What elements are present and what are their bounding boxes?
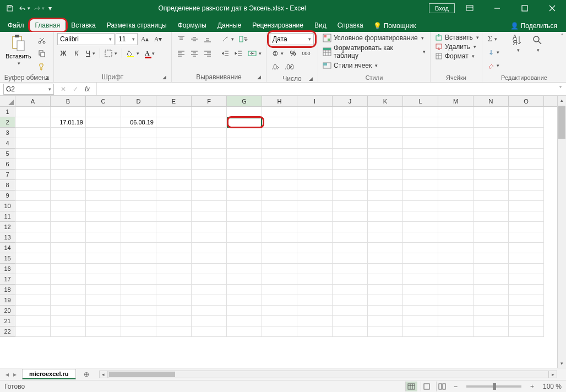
cell[interactable] — [121, 253, 156, 264]
cell[interactable] — [403, 170, 438, 180]
cell[interactable] — [15, 222, 51, 232]
tab-page-layout[interactable]: Разметка страницы — [101, 19, 172, 32]
cell[interactable] — [333, 128, 368, 138]
cell[interactable] — [156, 211, 192, 222]
cell[interactable] — [474, 159, 509, 170]
sheet-tab[interactable]: microexcel.ru — [22, 369, 76, 379]
cell[interactable] — [474, 180, 509, 190]
cell[interactable] — [333, 190, 368, 201]
cell[interactable] — [403, 117, 438, 128]
row-header[interactable]: 21 — [0, 316, 15, 326]
comma-icon[interactable]: 000 — [300, 47, 312, 59]
normal-view-icon[interactable] — [405, 382, 417, 391]
paste-button[interactable]: Вставить▾ — [3, 33, 34, 67]
cell[interactable] — [227, 211, 262, 222]
cell[interactable] — [262, 232, 297, 243]
cell[interactable] — [86, 285, 121, 295]
font-size-combo[interactable]: 11▾ — [116, 33, 138, 45]
cell[interactable] — [121, 138, 156, 149]
cell[interactable] — [262, 264, 297, 274]
cell[interactable] — [368, 274, 403, 285]
cell[interactable] — [15, 117, 51, 128]
cell[interactable] — [368, 285, 403, 295]
col-header[interactable]: A — [15, 96, 51, 106]
col-header[interactable]: B — [51, 96, 86, 106]
cell[interactable] — [156, 306, 192, 316]
cell[interactable] — [333, 180, 368, 190]
cell[interactable] — [121, 285, 156, 295]
cell[interactable] — [86, 117, 121, 128]
sort-filter-button[interactable]: AЯ▾ — [508, 33, 527, 54]
cell[interactable] — [438, 264, 474, 274]
cell[interactable] — [156, 128, 192, 138]
row-header[interactable]: 3 — [0, 128, 15, 138]
cell[interactable] — [227, 138, 262, 149]
increase-decimal-icon[interactable]: .0 — [270, 62, 282, 74]
cell[interactable] — [121, 316, 156, 326]
enter-icon[interactable]: ✓ — [73, 85, 78, 93]
cell[interactable] — [297, 274, 333, 285]
formula-input[interactable] — [96, 83, 555, 95]
cell[interactable] — [15, 274, 51, 285]
cell[interactable] — [297, 285, 333, 295]
row-header[interactable]: 2 — [0, 117, 15, 128]
cell[interactable] — [121, 128, 156, 138]
cell[interactable] — [509, 232, 544, 243]
redo-icon[interactable]: ▾ — [32, 2, 45, 15]
cell[interactable] — [15, 159, 51, 170]
cell[interactable] — [15, 211, 51, 222]
cell[interactable] — [368, 264, 403, 274]
cell[interactable] — [262, 138, 297, 149]
col-header[interactable]: G — [227, 96, 262, 106]
cell[interactable] — [156, 232, 192, 243]
cell[interactable] — [86, 159, 121, 170]
cell[interactable] — [86, 306, 121, 316]
zoom-level[interactable]: 100 % — [543, 383, 562, 390]
cell[interactable] — [51, 149, 86, 159]
cell[interactable] — [51, 107, 86, 117]
undo-icon[interactable]: ▾ — [18, 2, 31, 15]
row-header[interactable]: 19 — [0, 295, 15, 306]
cell[interactable] — [438, 274, 474, 285]
cell[interactable] — [509, 170, 544, 180]
number-launcher-icon[interactable]: ◢ — [307, 75, 314, 83]
cell[interactable] — [192, 326, 227, 337]
cell[interactable] — [297, 170, 333, 180]
cell[interactable] — [15, 201, 51, 211]
cell[interactable] — [333, 149, 368, 159]
col-header[interactable]: C — [86, 96, 121, 106]
cell[interactable] — [227, 274, 262, 285]
cell[interactable] — [333, 264, 368, 274]
cell[interactable] — [86, 180, 121, 190]
cell[interactable] — [509, 117, 544, 128]
cell[interactable] — [333, 211, 368, 222]
cell[interactable] — [192, 295, 227, 306]
align-center-icon[interactable] — [188, 47, 200, 59]
page-break-view-icon[interactable] — [436, 382, 448, 391]
cell[interactable] — [297, 243, 333, 253]
cell[interactable] — [509, 138, 544, 149]
cell[interactable] — [368, 295, 403, 306]
cell[interactable] — [297, 232, 333, 243]
collapse-ribbon-icon[interactable]: ˄ — [560, 33, 564, 41]
cell[interactable] — [156, 138, 192, 149]
cell[interactable] — [227, 149, 262, 159]
format-as-table-button[interactable]: Форматировать как таблицу▾ — [322, 43, 427, 60]
cell[interactable] — [86, 211, 121, 222]
cell[interactable] — [297, 211, 333, 222]
cell[interactable] — [51, 138, 86, 149]
cell[interactable] — [509, 149, 544, 159]
col-header[interactable]: H — [262, 96, 297, 106]
cell[interactable] — [297, 138, 333, 149]
cell[interactable] — [368, 222, 403, 232]
cell[interactable] — [227, 159, 262, 170]
scroll-thumb[interactable] — [558, 106, 565, 139]
cell[interactable] — [262, 149, 297, 159]
cell[interactable] — [297, 326, 333, 337]
cell[interactable] — [474, 285, 509, 295]
cell[interactable] — [262, 295, 297, 306]
row-header[interactable]: 9 — [0, 190, 15, 201]
row-header[interactable]: 14 — [0, 243, 15, 253]
cell[interactable] — [438, 128, 474, 138]
cell[interactable] — [262, 222, 297, 232]
